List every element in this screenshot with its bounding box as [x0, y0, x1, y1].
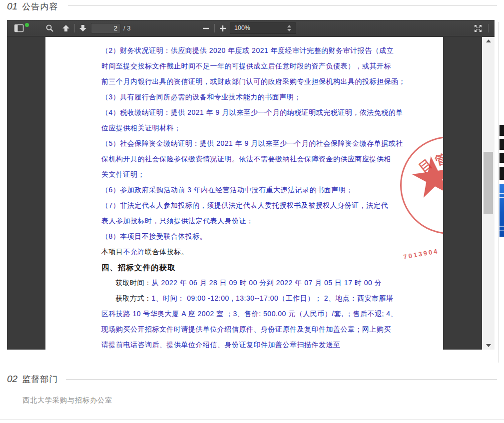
seal-serial-number: 7013904: [403, 247, 439, 261]
clipped-widget-glyph[interactable]: [500, 125, 504, 136]
fullscreen-icon: [474, 24, 482, 32]
section-number: 02: [7, 374, 17, 385]
scroll-up-arrow[interactable]: [482, 37, 495, 45]
sidebar-toggle-icon: [14, 24, 24, 32]
section-title: 公告内容: [22, 1, 58, 12]
document-line: （7）非法定代表人参加投标的，须提供法定代表人委托授权书及被授权人身份证，法定代: [101, 198, 387, 213]
scroll-down-arrow[interactable]: [482, 342, 495, 350]
section-2-rule: [66, 379, 497, 380]
search-icon: [45, 24, 54, 32]
clipped-widget-glyph[interactable]: [500, 153, 504, 163]
document-line: （6）参加政府采购活动前 3 年内在经营活动中没有重大违法记录的书面声明；: [101, 182, 387, 198]
toolbar-separator: [74, 24, 75, 32]
supervision-department-name: 西北大学采购与招标办公室: [22, 396, 112, 405]
toggle-sidebar-button[interactable]: [11, 20, 27, 36]
document-line: （3）具有履行合同所必需的设备和专业技术能力的书面声明；: [101, 89, 387, 105]
pdf-viewer: / 3 100%: [7, 20, 495, 350]
document-line: （2）财务状况证明：供应商提供 2020 年度或 2021 年度经审计完整的财务…: [101, 43, 387, 58]
clipped-side-button[interactable]: [500, 184, 504, 237]
bottom-divider: [0, 420, 504, 420]
zoom-in-button[interactable]: [216, 20, 230, 36]
search-button[interactable]: [42, 20, 56, 36]
document-line: 保机构开具的社会保险参保缴费情况证明。依法不需要缴纳社会保障资金的供应商应提供相: [101, 151, 387, 167]
page-down-button[interactable]: [76, 20, 90, 36]
pdf-scrollbar[interactable]: [482, 37, 495, 350]
seal-circle: [400, 136, 443, 234]
section-number: 01: [7, 1, 17, 12]
toolbar-separator: [488, 24, 489, 32]
zoom-in-icon: [219, 25, 226, 32]
document-line: 获取方式：1、时间： 09:00 -12:00 , 13:30--17:00（工…: [101, 291, 387, 306]
document-line: 本项目不允许联合体投标。: [101, 244, 387, 260]
pdf-toolbar: / 3 100%: [7, 20, 495, 36]
document-line: 前三个月内银行出具的资信证明，或财政部门认可的政府采购专业担保机构出具的投标担保…: [101, 74, 387, 89]
red-seal-stamp: 目 管 理 ★ 7013904: [395, 134, 443, 244]
document-line: 表人参加投标时，只须提供法定代表人身份证；: [101, 213, 387, 229]
seal-arc-text: 管: [433, 150, 443, 169]
select-spinner-icon: [287, 25, 292, 31]
page-number-input[interactable]: [91, 23, 120, 33]
document-text: （2）财务状况证明：供应商提供 2020 年度或 2021 年度经审计完整的财务…: [101, 43, 387, 350]
page-count-label: / 3: [123, 20, 130, 36]
document-line: 区科技路 10 号华奥大厦 A 座 2002 室 ；3、售价: 500.00 元…: [101, 306, 387, 322]
document-line: 现场购买公开招标文件时请提供单位介绍信原件、身份证原件及复印件加盖公章；网上购买: [101, 322, 387, 337]
pdf-viewer-body: （2）财务状况证明：供应商提供 2020 年度或 2021 年度经审计完整的财务…: [7, 37, 495, 350]
section-2-header: 02 监督部门: [7, 374, 58, 385]
section-title: 监督部门: [22, 374, 58, 385]
document-line: （4）税收缴纳证明：提供 2021 年 9 月以来至少一个月的纳税证明或完税证明…: [101, 105, 387, 120]
document-line: 获取时间：从 2022 年 06 月 28 日 09 时 00 分到 2022 …: [101, 275, 387, 291]
notification-dot: [25, 23, 29, 27]
document-line: （5）社会保障资金缴纳证明：提供 2021 年 9 月以来至少一个月的社会保障资…: [101, 136, 387, 151]
scrollbar-thumb[interactable]: [484, 152, 493, 214]
seal-star-icon: ★: [406, 146, 443, 208]
page-down-icon: [79, 24, 87, 32]
document-line: 位应提供相关证明材料；: [101, 120, 387, 136]
clipped-widget-glyph[interactable]: [500, 167, 504, 180]
zoom-out-button[interactable]: [199, 20, 213, 36]
clipped-widget-glyph[interactable]: [500, 139, 504, 150]
zoom-out-icon: [202, 25, 209, 32]
document-line: 关文件证明；: [101, 167, 387, 182]
document-line: 时间至提交投标文件截止时间不足一年的可提供成立后任意时段的资产负债表），或其开标: [101, 58, 387, 74]
section-1-header: 01 公告内容: [7, 1, 58, 12]
right-panel-divider: [498, 22, 499, 363]
zoom-level-select[interactable]: 100%: [230, 22, 296, 34]
document-line: 请提前电话咨询后、提供单位介绍信、身份证复印件加盖公章扫描件发送至: [101, 337, 387, 350]
toolbar-separator: [214, 24, 215, 32]
zoom-level-value: 100%: [234, 24, 250, 31]
seal-arc-text: 目: [415, 155, 435, 176]
page-up-button[interactable]: [59, 20, 73, 36]
document-line: 四、招标文件的获取: [101, 260, 387, 275]
document-line: （8）本项目不接受联合体投标。: [101, 229, 387, 244]
section-1-rule: [68, 5, 497, 6]
presentation-mode-button[interactable]: [471, 20, 485, 36]
page-up-icon: [62, 24, 70, 32]
pdf-page: （2）财务状况证明：供应商提供 2020 年度或 2021 年度经审计完整的财务…: [45, 37, 443, 350]
